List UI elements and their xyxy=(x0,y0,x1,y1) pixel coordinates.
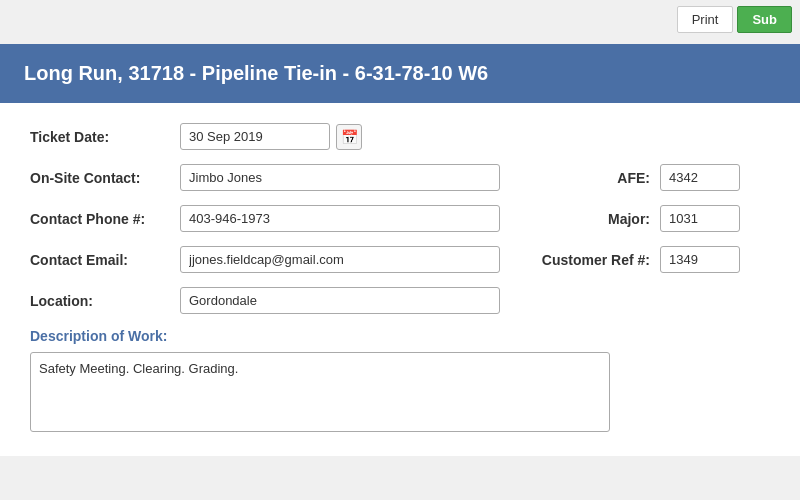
form-area: Ticket Date: 📅 On-Site Contact: AFE: Con… xyxy=(0,103,800,456)
customer-ref-input[interactable] xyxy=(660,246,740,273)
major-label: Major: xyxy=(540,211,650,227)
contact-email-left: Contact Email: xyxy=(30,246,500,273)
top-bar: Print Sub xyxy=(669,0,800,39)
print-button[interactable]: Print xyxy=(677,6,734,33)
major-input[interactable] xyxy=(660,205,740,232)
location-row: Location: xyxy=(30,287,770,314)
onsite-contact-label: On-Site Contact: xyxy=(30,170,180,186)
description-textarea[interactable]: Safety Meeting. Clearing. Grading. xyxy=(30,352,610,432)
date-wrapper: 📅 xyxy=(180,123,362,150)
afe-input[interactable] xyxy=(660,164,740,191)
contact-phone-input[interactable] xyxy=(180,205,500,232)
page-header: Long Run, 31718 - Pipeline Tie-in - 6-31… xyxy=(0,44,800,103)
contact-email-row: Contact Email: Customer Ref #: xyxy=(30,246,770,273)
afe-section: AFE: xyxy=(540,164,740,191)
onsite-contact-row: On-Site Contact: AFE: xyxy=(30,164,770,191)
major-section: Major: xyxy=(540,205,740,232)
contact-email-input[interactable] xyxy=(180,246,500,273)
onsite-contact-left: On-Site Contact: xyxy=(30,164,500,191)
submit-button[interactable]: Sub xyxy=(737,6,792,33)
page-title: Long Run, 31718 - Pipeline Tie-in - 6-31… xyxy=(24,62,488,84)
customer-ref-section: Customer Ref #: xyxy=(540,246,740,273)
location-label: Location: xyxy=(30,293,180,309)
afe-label: AFE: xyxy=(540,170,650,186)
calendar-icon[interactable]: 📅 xyxy=(336,124,362,150)
customer-ref-label: Customer Ref #: xyxy=(540,252,650,268)
contact-phone-row: Contact Phone #: Major: xyxy=(30,205,770,232)
contact-phone-label: Contact Phone #: xyxy=(30,211,180,227)
description-section: Description of Work: Safety Meeting. Cle… xyxy=(30,328,770,436)
ticket-date-input[interactable] xyxy=(180,123,330,150)
ticket-date-row: Ticket Date: 📅 xyxy=(30,123,770,150)
ticket-date-label: Ticket Date: xyxy=(30,129,180,145)
contact-phone-left: Contact Phone #: xyxy=(30,205,500,232)
location-input[interactable] xyxy=(180,287,500,314)
contact-email-label: Contact Email: xyxy=(30,252,180,268)
onsite-contact-input[interactable] xyxy=(180,164,500,191)
description-label: Description of Work: xyxy=(30,328,770,344)
